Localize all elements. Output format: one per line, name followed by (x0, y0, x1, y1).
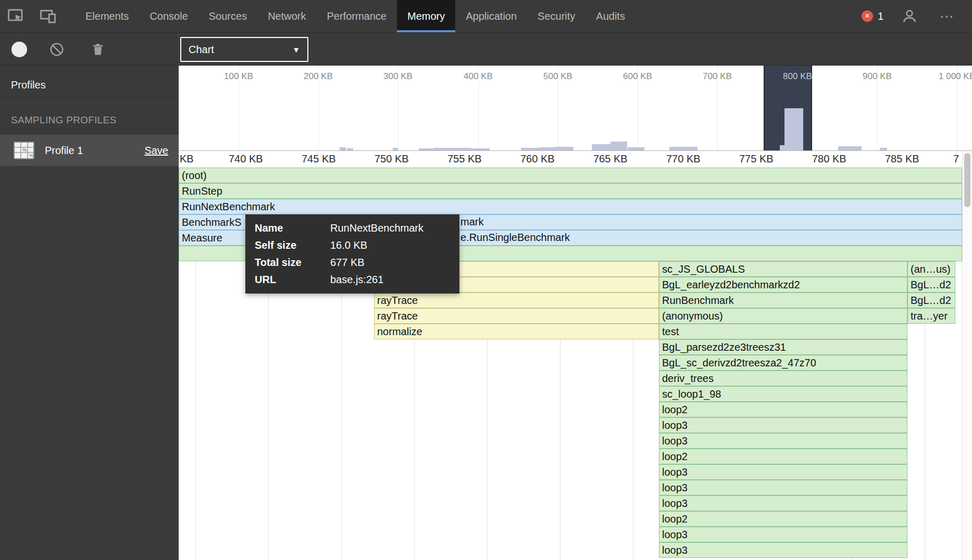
flame-cell[interactable]: loop3 (659, 527, 907, 542)
flame-cell[interactable]: rayTrace (374, 292, 659, 308)
delete-profile-button[interactable] (86, 38, 109, 61)
trash-icon (91, 42, 105, 57)
block-icon (49, 42, 65, 57)
scrollbar-thumb[interactable] (964, 153, 970, 207)
memory-histogram-bar (419, 148, 434, 150)
overview-axis-label: 1 000 KB (939, 71, 972, 82)
memory-histogram-bar (521, 148, 540, 150)
tab-security[interactable]: Security (527, 0, 585, 32)
profiles-heading: Profiles (0, 66, 179, 103)
flame-cell[interactable]: loop3 (659, 464, 907, 480)
memory-histogram-bar (628, 147, 644, 150)
flame-cell[interactable]: (anonymous) (659, 308, 907, 324)
record-heap-profile-button[interactable] (11, 42, 27, 57)
flame-cell[interactable]: BgL_parsezd2ze3treesz31 (659, 339, 907, 355)
ruler-label: 775 KB (739, 151, 774, 167)
overview-axis-label: 500 KB (543, 71, 572, 82)
overflow-menu-icon[interactable]: ⋯ (936, 5, 958, 28)
devtools-window: ElementsConsoleSourcesNetworkPerformance… (0, 0, 972, 560)
flame-cell[interactable]: loop3 (659, 542, 907, 558)
toggle-device-toolbar-button[interactable] (36, 5, 59, 28)
device-toolbar-icon (39, 7, 57, 25)
profile-controls (11, 33, 109, 66)
tab-elements[interactable]: Elements (75, 0, 139, 32)
flame-cell[interactable]: loop2 (659, 449, 907, 464)
tooltip-row: Total size677 KB (245, 254, 459, 271)
overview-axis-label: 700 KB (703, 71, 732, 82)
flame-cell[interactable]: RunBenchmark (659, 292, 907, 308)
tab-sources[interactable]: Sources (198, 0, 257, 32)
user-icon (901, 8, 918, 24)
flame-cell[interactable]: BgL…d2 (907, 292, 955, 308)
memory-histogram-bar (880, 148, 887, 150)
overview-axis-label: 100 KB (224, 71, 253, 82)
memory-histogram-bar (592, 144, 610, 150)
tab-audits[interactable]: Audits (585, 0, 635, 32)
overview-axis-label: 600 KB (623, 71, 652, 82)
memory-histogram-bar (347, 148, 353, 150)
memory-overview-timeline[interactable]: 100 KB200 KB300 KB400 KB500 KB600 KB700 … (179, 66, 972, 151)
clear-profiles-button[interactable] (45, 38, 68, 61)
flame-cell[interactable]: sc_loop1_98 (659, 386, 907, 402)
flame-cell-text-overflow: e.RunSingleBenchmark (460, 230, 570, 246)
flame-cell[interactable]: (an…us) (907, 261, 955, 277)
flame-cell[interactable]: BgL_earleyzd2benchmarkzd2 (659, 277, 907, 292)
memory-histogram-bar (539, 147, 555, 150)
memory-histogram-bar (434, 148, 471, 150)
flame-cell[interactable]: tra…yer (907, 308, 955, 324)
flame-cell[interactable]: loop3 (659, 480, 907, 495)
tab-performance[interactable]: Performance (317, 0, 397, 32)
flame-cell[interactable]: rayTrace (374, 308, 659, 324)
flame-cell[interactable]: (root) (179, 168, 962, 183)
chevron-down-icon: ▼ (292, 45, 300, 54)
error-count: 1 (878, 10, 883, 22)
tab-memory[interactable]: Memory (397, 0, 455, 32)
flame-cell[interactable]: RunNextBenchmark (179, 199, 962, 214)
profile-name: Profile 1 (45, 145, 144, 157)
ruler-label: 740 KB (229, 151, 263, 167)
flame-cell[interactable]: BgL…d2 (907, 277, 955, 292)
flame-cell[interactable]: test (659, 324, 907, 339)
flame-cell[interactable]: loop3 (659, 417, 907, 433)
flame-cell[interactable]: loop2 (659, 402, 907, 417)
inspect-element-button[interactable] (4, 5, 27, 28)
heap-chart-area: 100 KB200 KB300 KB400 KB500 KB600 KB700 … (179, 66, 972, 560)
profile-list-item[interactable]: % % Profile 1 Save (0, 135, 179, 166)
tooltip-row: NameRunNextBenchmark (245, 220, 459, 237)
flame-cell[interactable]: deriv_trees (659, 371, 907, 386)
flame-tooltip: NameRunNextBenchmarkSelf size16.0 KBTota… (245, 214, 459, 294)
ruler-label: 780 KB (812, 151, 846, 167)
memory-histogram-bar (471, 148, 490, 150)
memory-panel-toolbar: Chart ▼ (0, 33, 972, 66)
user-button[interactable] (898, 5, 921, 28)
tab-console[interactable]: Console (139, 0, 198, 32)
tab-network[interactable]: Network (257, 0, 316, 32)
flame-cell[interactable]: RunStep (179, 183, 962, 199)
overview-axis-label: 800 KB (783, 71, 812, 82)
ruler-label: 755 KB (447, 151, 482, 167)
flame-cell[interactable]: BgL_sc_derivzd2treesza2_47z70 (659, 355, 907, 371)
flame-cell[interactable]: loop2 (659, 511, 907, 527)
tab-application[interactable]: Application (455, 0, 527, 32)
sampling-profiles-heading: SAMPLING PROFILES (0, 103, 179, 126)
flame-cell[interactable]: normalize (374, 324, 659, 339)
toolbar-divider (179, 33, 179, 65)
ruler-label: KB (180, 151, 194, 167)
flame-cell[interactable]: loop3 (659, 495, 907, 511)
memory-histogram-bar (555, 147, 574, 150)
flame-cell[interactable]: loop3 (659, 433, 907, 449)
vertical-scrollbar[interactable] (962, 151, 972, 560)
save-profile-link[interactable]: Save (144, 145, 168, 157)
profile-icon: % % (13, 139, 35, 162)
error-icon: ✕ (862, 10, 873, 22)
error-count-badge[interactable]: ✕ 1 (862, 10, 883, 22)
ruler-label: 750 KB (375, 151, 409, 167)
svg-text:%: % (29, 153, 33, 158)
tooltip-value: RunNextBenchmark (330, 220, 450, 237)
svg-text:%: % (22, 147, 27, 152)
topbar-right-controls: ✕ 1 ⋯ (862, 5, 972, 28)
overview-axis-label: 900 KB (863, 71, 892, 82)
flame-cell[interactable]: sc_JS_GLOBALS (659, 261, 907, 277)
view-mode-select[interactable]: Chart ▼ (180, 37, 308, 62)
memory-histogram-bar (784, 108, 803, 150)
